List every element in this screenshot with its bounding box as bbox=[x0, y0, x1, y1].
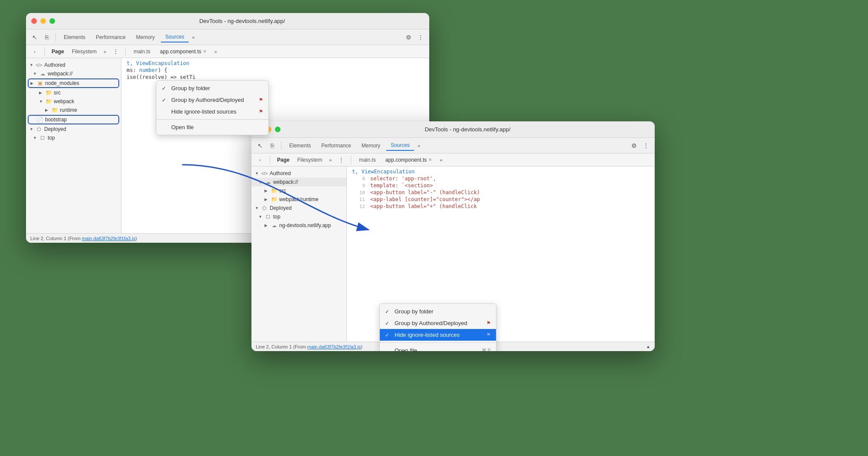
file-tab-component-front[interactable]: app.component.ts ✕ bbox=[382, 156, 435, 164]
status-icon-front[interactable]: ▲ bbox=[646, 344, 650, 349]
bootstrap-label-back: bootstrap bbox=[45, 117, 67, 123]
arrow-authored-front: ▼ bbox=[255, 171, 261, 176]
tree-top-back[interactable]: ▼ ☐ top bbox=[26, 134, 121, 142]
tab-elements-back[interactable]: Elements bbox=[59, 33, 90, 42]
cursor-icon-front[interactable]: ↖ bbox=[255, 140, 265, 151]
sec-tab-filesystem-back[interactable]: Filesystem bbox=[69, 48, 99, 55]
sec-more-front[interactable]: » bbox=[327, 156, 333, 163]
nav-back-icon[interactable]: ‹ bbox=[29, 46, 40, 57]
menu-open-file-front[interactable]: Open file ⌘ P bbox=[380, 345, 496, 351]
status-link-front[interactable]: main.da63f7b2fe3f1fa3.js bbox=[307, 344, 361, 349]
warn-icon-hide-ignore-front: ⚑ bbox=[486, 332, 491, 338]
tab-sources-front[interactable]: Sources bbox=[386, 140, 414, 151]
sec-menu-back[interactable]: ⋮ bbox=[111, 46, 121, 57]
runtime-label-back: runtime bbox=[60, 107, 77, 113]
code-line-partial-back: t, ViewEncapsulation bbox=[121, 60, 429, 67]
tab-performance-back[interactable]: Performance bbox=[91, 33, 130, 42]
warn-icon-hide-ignore-back: ⚑ bbox=[259, 109, 263, 114]
folder-icon-webpack-back: 📁 bbox=[45, 98, 52, 105]
tree-ng-devtools-front[interactable]: ▶ ☁ ng-devtools.netlify.app bbox=[251, 221, 346, 230]
copy-icon-back[interactable]: ⎘ bbox=[42, 32, 52, 42]
menu-hide-ignore-back[interactable]: Hide ignore-listed sources ⚑ bbox=[157, 106, 268, 117]
menu-icon-front[interactable]: ⋮ bbox=[641, 140, 651, 151]
sec-tab-page-back[interactable]: Page bbox=[49, 48, 67, 55]
tree-src-front[interactable]: ▶ 📁 src bbox=[251, 186, 346, 195]
square-icon-top-front: ☐ bbox=[264, 213, 271, 220]
warn-icon-group-authored-back: ⚑ bbox=[259, 97, 263, 103]
tree-runtime-back[interactable]: ▶ 📁 runtime bbox=[26, 106, 121, 114]
tab-elements-front[interactable]: Elements bbox=[285, 141, 315, 150]
tree-deployed-front[interactable]: ▼ ⬡ Deployed bbox=[251, 204, 346, 212]
tree-top-front[interactable]: ▼ ☐ top bbox=[251, 212, 346, 221]
gear-icon-front[interactable]: ⚙ bbox=[629, 140, 639, 151]
secondary-toolbar-back: ‹ Page Filesystem » ⋮ main.ts app.compon… bbox=[26, 45, 429, 58]
context-menu-back: ✓ Group by folder ✓ Group by Authored/De… bbox=[156, 80, 269, 135]
window-title-front: DevTools - ng-devtools.netlify.app/ bbox=[286, 126, 649, 133]
file-more-front[interactable]: » bbox=[438, 156, 444, 163]
secondary-toolbar-front: ‹ Page Filesystem » ⋮ main.ts app.compon… bbox=[251, 153, 655, 166]
tree-webpack-front[interactable]: ▼ ☁ webpack:// bbox=[251, 178, 346, 186]
close-tab-icon-back[interactable]: ✕ bbox=[203, 49, 206, 54]
close-button-back[interactable] bbox=[31, 18, 37, 24]
arrow-webpack-front: ▼ bbox=[258, 180, 264, 184]
tab-performance-front[interactable]: Performance bbox=[317, 141, 356, 150]
nav-back-icon-front[interactable]: ‹ bbox=[255, 155, 265, 165]
cursor-icon-back[interactable]: ↖ bbox=[29, 32, 40, 42]
sec-tab-filesystem-front[interactable]: Filesystem bbox=[295, 156, 325, 164]
tree-authored-back[interactable]: ▼ </> Authored bbox=[26, 61, 121, 69]
file-tab-component-back[interactable]: app.component.ts ✕ bbox=[157, 48, 210, 55]
file-tab-main-front[interactable]: main.ts bbox=[356, 156, 379, 164]
code-text-12-front: <app-button label="+" (handleClick bbox=[370, 203, 477, 209]
menu-group-authored-back[interactable]: ✓ Group by Authored/Deployed ⚑ bbox=[157, 94, 268, 106]
sec-more-back[interactable]: » bbox=[102, 48, 108, 55]
tab-memory-back[interactable]: Memory bbox=[132, 33, 159, 42]
tree-webpack-folder-back[interactable]: ▼ 📁 webpack bbox=[26, 97, 121, 106]
cloud-icon-webpack-back: ☁ bbox=[39, 70, 46, 77]
more-tabs-back[interactable]: » bbox=[190, 34, 196, 41]
sec-tab-page-front[interactable]: Page bbox=[274, 156, 292, 164]
status-link-back[interactable]: main.da63f7b2fe3f1fa3.js bbox=[82, 236, 136, 241]
cloud-icon-webpack-front: ☁ bbox=[264, 179, 271, 186]
status-text2-back: ) bbox=[135, 236, 137, 241]
sec-menu-front[interactable]: ⋮ bbox=[336, 155, 346, 165]
tree-authored-front[interactable]: ▼ </> Authored bbox=[251, 169, 346, 178]
gear-icon-back[interactable]: ⚙ bbox=[403, 32, 414, 42]
maximize-button-front[interactable] bbox=[275, 127, 281, 132]
minimize-button-back[interactable] bbox=[40, 18, 46, 24]
tree-deployed-back[interactable]: ▼ ⬡ Deployed bbox=[26, 125, 121, 134]
code-icon-authored-front: </> bbox=[261, 170, 268, 177]
code-line-10-front: 10 <app-button label="-" (handleClick) bbox=[347, 189, 655, 196]
tree-webpack-back[interactable]: ▼ ☁ webpack:// bbox=[26, 69, 121, 78]
menu-group-folder-front[interactable]: ✓ Group by folder bbox=[380, 306, 496, 317]
folder-icon-src-front: 📁 bbox=[271, 187, 277, 194]
menu-group-folder-back[interactable]: ✓ Group by folder bbox=[157, 82, 268, 94]
file-more-back[interactable]: » bbox=[212, 48, 219, 55]
deployed-label-back: Deployed bbox=[44, 126, 66, 132]
code-line-11-front: 11 <app-label [counter]="counter"></ap bbox=[347, 196, 655, 203]
menu-group-authored-front[interactable]: ✓ Group by Authored/Deployed ⚑ bbox=[380, 317, 496, 329]
copy-icon-front[interactable]: ⎘ bbox=[267, 140, 277, 151]
more-tabs-front[interactable]: » bbox=[416, 142, 422, 149]
tab-sources-back[interactable]: Sources bbox=[161, 32, 189, 42]
tree-src-back[interactable]: ▶ 📁 src bbox=[26, 88, 121, 97]
sec-sep2-back bbox=[125, 47, 126, 56]
webpack-label-front: webpack:// bbox=[273, 179, 298, 185]
warn-icon-group-authored-front: ⚑ bbox=[486, 320, 491, 326]
line-num-11-front: 11 bbox=[352, 197, 365, 202]
check-icon-group-folder-back: ✓ bbox=[162, 85, 169, 91]
tab-memory-front[interactable]: Memory bbox=[357, 141, 385, 150]
file-tab-main-back[interactable]: main.ts bbox=[130, 48, 154, 55]
sidebar-back: ▼ </> Authored ▼ ☁ webpack:// ▶ ▣ node_m… bbox=[26, 58, 121, 233]
check-icon-group-authored-back: ✓ bbox=[162, 97, 169, 103]
menu-open-file-back[interactable]: Open file bbox=[157, 121, 268, 133]
menu-hide-ignore-front[interactable]: ✓ Hide ignore-listed sources ⚑ bbox=[380, 329, 496, 341]
tree-webpack-runtime-front[interactable]: ▶ 📁 webpack/runtime bbox=[251, 195, 346, 204]
code-line-8-front: 8 selector: 'app-root', bbox=[347, 175, 655, 182]
menu-icon-back[interactable]: ⋮ bbox=[415, 32, 426, 42]
tree-bootstrap-back[interactable]: 📄 bootstrap bbox=[28, 115, 119, 124]
close-tab-icon-front[interactable]: ✕ bbox=[428, 157, 432, 162]
arrow-ng-devtools-front: ▶ bbox=[264, 223, 271, 228]
tree-node-modules-back[interactable]: ▶ ▣ node_modules bbox=[28, 78, 119, 88]
code-line-partial-front: t, ViewEncapsulation bbox=[347, 168, 655, 175]
maximize-button-back[interactable] bbox=[49, 18, 55, 24]
